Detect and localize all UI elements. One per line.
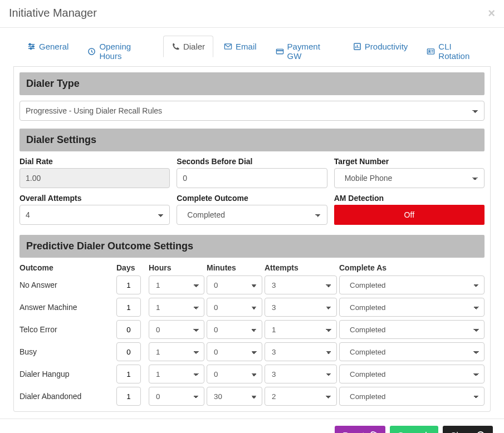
outcome-days-input[interactable] xyxy=(116,320,141,339)
tab-dialer[interactable]: Dialer xyxy=(163,36,213,67)
outcome-minutes-select[interactable]: 0 xyxy=(207,275,262,294)
svg-rect-7 xyxy=(428,48,434,53)
outcome-attempts-select[interactable]: 3 xyxy=(265,365,337,383)
outcome-attempts-select[interactable]: 3 xyxy=(265,275,337,294)
col-hours: Hours xyxy=(149,263,204,272)
complete-outcome-select[interactable]: Completed xyxy=(177,205,327,225)
outcome-days-input[interactable] xyxy=(116,298,141,317)
tab-payment[interactable]: Payment GW xyxy=(267,36,342,67)
outcome-attempts-select[interactable]: 3 xyxy=(265,298,337,317)
envelope-icon xyxy=(224,42,232,51)
col-outcome: Outcome xyxy=(19,263,114,272)
tab-general-label: General xyxy=(39,42,68,51)
outcome-complete-as-select[interactable]: Completed xyxy=(339,320,485,339)
credit-card-icon xyxy=(276,47,284,56)
outcome-row: Telco Error 0 0 1 Completed xyxy=(19,320,485,339)
tab-cli-rotation-label: CLI Rotation xyxy=(438,42,482,61)
svg-point-0 xyxy=(29,43,31,45)
tabs: General Opening Hours Dialer Email xyxy=(13,36,491,67)
tab-general[interactable]: General xyxy=(19,36,77,67)
outcome-minutes-select[interactable]: 0 xyxy=(207,320,262,339)
outcome-attempts-select[interactable]: 2 xyxy=(265,387,337,406)
reset-button-label: Reset xyxy=(342,430,364,433)
col-days: Days xyxy=(116,263,146,272)
close-button[interactable]: Close xyxy=(443,426,493,433)
target-number-label: Target Number xyxy=(334,157,485,166)
seconds-before-dial-input[interactable] xyxy=(177,168,327,188)
tab-payment-label: Payment GW xyxy=(287,42,334,61)
overall-attempts-label: Overall Attempts xyxy=(19,194,170,203)
svg-point-2 xyxy=(30,48,32,50)
outcome-complete-as-select[interactable]: Completed xyxy=(339,365,485,383)
am-detection-toggle[interactable]: Off xyxy=(334,205,485,225)
tab-email-label: Email xyxy=(236,42,257,51)
outcome-attempts-select[interactable]: 1 xyxy=(265,320,337,339)
outcome-days-input[interactable] xyxy=(116,275,141,294)
dial-rate-label: Dial Rate xyxy=(19,157,170,166)
tab-productivity-label: Productivity xyxy=(365,42,408,51)
tab-email[interactable]: Email xyxy=(216,36,265,67)
tab-opening-hours-label: Opening Hours xyxy=(99,42,153,61)
svg-point-1 xyxy=(32,46,34,47)
outcome-minutes-select[interactable]: 30 xyxy=(207,387,262,406)
clock-icon xyxy=(87,47,96,56)
save-button[interactable]: Save xyxy=(390,426,438,433)
col-complete-as: Complete As xyxy=(339,263,485,272)
seconds-before-dial-label: Seconds Before Dial xyxy=(177,157,327,166)
outcome-name: Busy xyxy=(19,347,114,356)
close-icon[interactable]: × xyxy=(488,7,495,19)
outcome-name: Telco Error xyxy=(19,325,114,334)
svg-point-8 xyxy=(429,50,430,52)
outcome-row: Busy 1 0 3 Completed xyxy=(19,342,485,361)
section-dialer-type-header: Dialer Type xyxy=(19,72,485,95)
id-card-icon xyxy=(427,47,435,56)
dialer-type-select[interactable]: Progressive - Using Dialer Recall Rules xyxy=(19,101,485,121)
section-dialer-settings-header: Dialer Settings xyxy=(19,129,485,151)
sliders-icon xyxy=(27,42,36,51)
outcome-minutes-select[interactable]: 0 xyxy=(207,342,262,361)
outcome-name: No Answer xyxy=(19,281,114,289)
overall-attempts-select[interactable]: 4 xyxy=(19,205,170,225)
col-minutes: Minutes xyxy=(207,263,262,272)
outcome-name: Dialer Abandoned xyxy=(19,392,114,401)
outcome-row: Dialer Hangup 1 0 3 Completed xyxy=(19,365,485,383)
outcome-hours-select[interactable]: 1 xyxy=(149,275,204,294)
section-predictive-header: Predictive Dialer Outcome Settings xyxy=(19,235,485,258)
dial-rate-input[interactable] xyxy=(19,168,170,188)
outcome-hours-select[interactable]: 1 xyxy=(149,365,204,383)
download-icon xyxy=(422,431,430,434)
outcome-minutes-select[interactable]: 0 xyxy=(207,365,262,383)
outcome-complete-as-select[interactable]: Completed xyxy=(339,275,485,294)
outcome-minutes-select[interactable]: 0 xyxy=(207,298,262,317)
outcome-name: Answer Machine xyxy=(19,303,114,312)
outcome-hours-select[interactable]: 0 xyxy=(149,387,204,406)
refresh-icon xyxy=(369,431,378,434)
outcome-row: No Answer 1 0 3 Completed xyxy=(19,275,485,294)
outcome-complete-as-select[interactable]: Completed xyxy=(339,342,485,361)
reset-button[interactable]: Reset xyxy=(335,426,385,433)
svg-rect-5 xyxy=(276,49,283,53)
tab-dialer-label: Dialer xyxy=(183,42,205,51)
chart-icon xyxy=(353,42,361,51)
am-detection-label: AM Detection xyxy=(334,194,485,203)
outcome-complete-as-select[interactable]: Completed xyxy=(339,387,485,406)
tab-productivity[interactable]: Productivity xyxy=(345,36,417,67)
outcome-hours-select[interactable]: 1 xyxy=(149,298,204,317)
target-number-select[interactable]: Mobile Phone xyxy=(334,168,485,188)
outcome-days-input[interactable] xyxy=(116,365,141,383)
close-button-label: Close xyxy=(451,430,472,433)
outcome-row: Answer Machine 1 0 3 Completed xyxy=(19,298,485,317)
outcome-attempts-select[interactable]: 3 xyxy=(265,342,337,361)
page-title: Initiative Manager xyxy=(9,7,97,19)
outcome-hours-select[interactable]: 1 xyxy=(149,342,204,361)
outcome-row: Dialer Abandoned 0 30 2 Completed xyxy=(19,387,485,406)
outcome-complete-as-select[interactable]: Completed xyxy=(339,298,485,317)
save-button-label: Save xyxy=(398,430,417,433)
tab-opening-hours[interactable]: Opening Hours xyxy=(79,36,161,67)
outcome-hours-select[interactable]: 0 xyxy=(149,320,204,339)
col-attempts: Attempts xyxy=(265,263,337,272)
outcome-days-input[interactable] xyxy=(116,342,141,361)
tab-cli-rotation[interactable]: CLI Rotation xyxy=(418,36,491,67)
complete-outcome-label: Complete Outcome xyxy=(177,194,327,203)
outcome-days-input[interactable] xyxy=(116,387,141,406)
